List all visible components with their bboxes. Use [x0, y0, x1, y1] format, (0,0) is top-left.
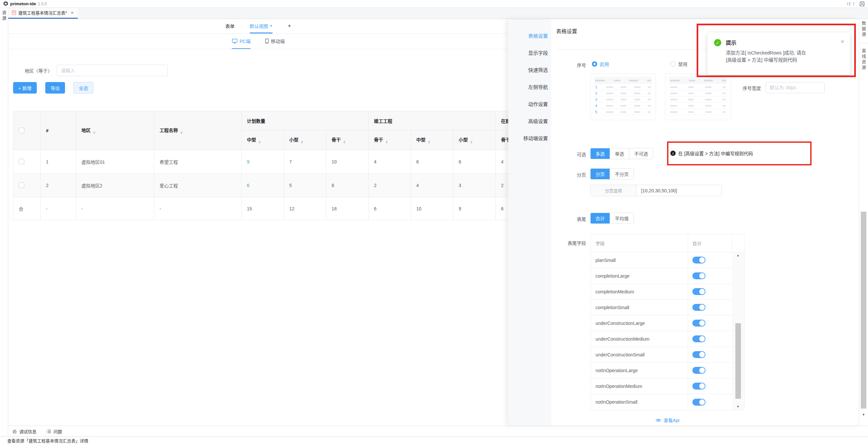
settings-nav-item[interactable]: 显示字段 — [508, 44, 551, 62]
tab-pc[interactable]: PC端 — [232, 34, 250, 49]
pagination-options-group: 分页选项 — [590, 185, 721, 196]
settings-nav-item[interactable]: 移动端设置 — [508, 130, 551, 147]
summary-empty-cell: - — [41, 197, 76, 220]
field-total-toggle[interactable] — [692, 257, 706, 263]
pagination-option[interactable]: 不分页 — [610, 169, 633, 179]
sort-icon[interactable]: ▲▼ — [343, 140, 346, 144]
document-tab[interactable]: 建筑工程基本情况汇总表* ✕ — [8, 7, 78, 19]
fields-scrollbar-thumb[interactable] — [735, 323, 741, 399]
tab-close-icon[interactable]: ✕ — [70, 10, 74, 15]
pagination-label: 分页 — [547, 171, 586, 178]
filter-input[interactable] — [57, 65, 168, 76]
sort-icon[interactable]: ▲▼ — [428, 140, 430, 144]
summary-empty-cell: - — [76, 197, 154, 220]
right-strip-item[interactable]: 离线资源 — [861, 49, 867, 71]
settings-nav-item[interactable]: 快速筛选 — [508, 62, 551, 79]
sortable-subheader[interactable]: 骨干▲▼ — [369, 130, 411, 150]
debug-info-item[interactable]: 调试信息 — [12, 428, 36, 435]
field-total-toggle[interactable] — [692, 367, 706, 374]
pagination-options-input[interactable] — [637, 185, 721, 196]
tab-form[interactable]: 表单 — [225, 19, 235, 33]
problems-item[interactable]: 问题 — [46, 428, 62, 435]
titlebar-glyph-icons[interactable]: îž î — [847, 2, 855, 6]
row-region: 虚拟地区2 — [76, 173, 154, 197]
sortable-subheader[interactable]: 中型▲▼ — [411, 130, 453, 150]
select-all-button[interactable]: 全选 — [73, 82, 93, 94]
table-footer-option[interactable]: 平均值 — [610, 213, 633, 223]
row-checkbox[interactable] — [19, 159, 24, 164]
preview-row-number: 2 — [595, 91, 598, 95]
preview-dash — [689, 80, 695, 82]
seq-width-input[interactable] — [766, 82, 825, 93]
sort-icon[interactable]: ▲▼ — [180, 131, 183, 134]
row-checkbox[interactable] — [19, 183, 24, 188]
header-checkbox[interactable] — [19, 128, 24, 133]
summary-row: 合---15121861096 — [13, 197, 508, 220]
view-tab-bar: 表单 默认视图 ▼ + — [8, 19, 508, 34]
tab-default-view[interactable]: 默认视图 ▼ — [250, 19, 273, 33]
add-view-button[interactable]: + — [287, 19, 291, 33]
field-total-toggle[interactable] — [692, 351, 706, 358]
settings-nav-item[interactable]: 左侧导航 — [508, 79, 551, 96]
preview-dash — [634, 86, 641, 88]
preview-dash — [614, 80, 620, 82]
window-scroll-down-icon[interactable]: ▼ — [861, 413, 866, 416]
sortable-subheader[interactable]: 骨干▲▼ — [496, 130, 508, 150]
field-total-toggle[interactable] — [692, 336, 706, 342]
pagination-option[interactable]: 分页 — [591, 169, 610, 179]
seq-disable-radio[interactable]: 禁用 — [670, 61, 687, 67]
settings-nav-item[interactable]: 动作设置 — [508, 96, 551, 113]
field-total-toggle[interactable] — [692, 399, 706, 406]
sort-icon[interactable]: ▲▼ — [301, 140, 303, 144]
seq-enable-radio[interactable]: 启用 — [592, 61, 609, 67]
row-value: 7 — [284, 150, 326, 173]
scroll-down-icon[interactable]: ▼ — [737, 404, 740, 409]
header-index: # — [41, 111, 76, 150]
preview-row-number: 5 — [595, 110, 598, 114]
settings-nav-item[interactable]: 表格设置 — [508, 28, 551, 44]
sortable-header[interactable]: 地区▲▼ — [76, 111, 154, 150]
sort-icon[interactable]: ▲▼ — [93, 131, 96, 134]
tab-mobile[interactable]: 移动端 — [265, 34, 285, 49]
field-total-toggle[interactable] — [692, 288, 706, 295]
sortable-header[interactable]: 工程名称▲▼ — [154, 111, 242, 150]
sortable-subheader[interactable]: 小型▲▼ — [284, 130, 326, 150]
fields-scrollbar[interactable]: ▲ ▼ — [732, 253, 744, 410]
preview-row-number: 4 — [595, 104, 598, 108]
field-total-toggle[interactable] — [692, 320, 706, 326]
field-total-toggle[interactable] — [692, 273, 706, 279]
toast-close-icon[interactable]: ✕ — [840, 39, 844, 44]
table-footer-option[interactable]: 合计 — [591, 213, 610, 223]
right-strip-item[interactable]: 数据源 — [861, 21, 867, 38]
footer-field-name: notInOperationLarge — [591, 362, 688, 378]
sort-icon[interactable]: ▲▼ — [258, 140, 261, 144]
sort-icon[interactable]: ▲▼ — [385, 140, 388, 144]
selectable-option[interactable]: 多选 — [591, 148, 610, 159]
preview-dash — [722, 105, 726, 107]
sortable-subheader[interactable]: 骨干▲▼ — [326, 130, 369, 150]
filter-label: 地区〈等于〉 — [25, 67, 52, 74]
view-api-link[interactable]: 查看Api — [591, 417, 745, 423]
monitor-icon — [232, 38, 238, 44]
preview-dash — [634, 111, 641, 113]
sortable-subheader[interactable]: 中型▲▼ — [242, 130, 284, 150]
selectable-option[interactable]: 不可选 — [629, 148, 653, 159]
sortable-subheader[interactable]: 小型▲▼ — [453, 130, 496, 150]
save-icon[interactable] — [860, 1, 865, 6]
success-check-icon: ✓ — [714, 39, 721, 46]
settings-nav-item[interactable]: 高级设置 — [508, 113, 551, 130]
scroll-up-icon[interactable]: ▲ — [737, 253, 740, 258]
selectable-option[interactable]: 单选 — [610, 148, 629, 159]
export-button[interactable]: 导出 — [45, 82, 65, 94]
field-total-toggle[interactable] — [692, 304, 706, 311]
window-scrollbar-thumb[interactable] — [861, 212, 866, 409]
add-button[interactable]: + 新增 — [13, 82, 37, 94]
toast-title: 提示 — [726, 38, 806, 46]
document-tab-label: 建筑工程基本情况汇总表* — [19, 9, 67, 16]
field-total-toggle[interactable] — [692, 383, 706, 389]
sort-icon[interactable]: ▲▼ — [470, 140, 473, 144]
app-logo-icon — [3, 1, 8, 6]
data-grid: #地区▲▼工程名称▲▼计划数量竣工工程在建工程中型▲▼小型▲▼骨干▲▼骨干▲▼中… — [13, 111, 508, 220]
table-row: 2虚拟地区2爱心工程6582432 — [13, 173, 508, 197]
resource-strip-label[interactable]: 资源 — [1, 10, 7, 437]
